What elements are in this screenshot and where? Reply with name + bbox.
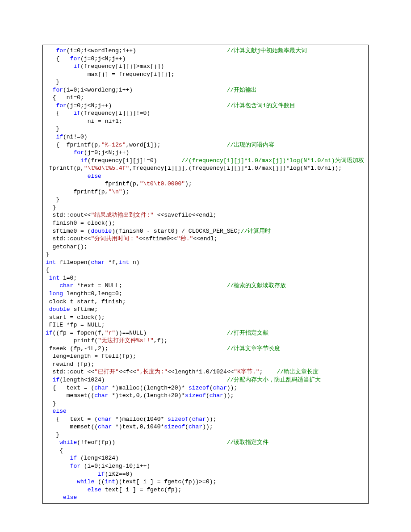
- code-line: getchar();: [46, 243, 365, 251]
- code-line: double sftime;: [46, 306, 365, 314]
- code-line: while ((int)(text[ i ] = fgetc(fp))>=0);: [46, 478, 365, 486]
- code-line: else text[ i ] = fgetc(fp);: [46, 486, 365, 494]
- code-line: memset((char *)text,0,(length+20)*sizeof…: [46, 392, 365, 400]
- code-line: char *text = NULL; //检索的文献读取存放: [46, 282, 365, 290]
- code-line: memset((char *)text,0,1040*sizeof(char))…: [46, 423, 365, 431]
- code-line: if(i%2==0): [46, 470, 365, 478]
- code-line: { text = (char *)malloc((length+20)* siz…: [46, 384, 365, 392]
- code-line: for(i=0;i<wordleng;i++) //计算文献j中初始频率最大词: [46, 47, 365, 55]
- code-line: fprintf(p,"\n");: [46, 188, 365, 196]
- code-line: }: [46, 400, 365, 408]
- code-line: }: [46, 251, 365, 259]
- code-line: }: [46, 431, 365, 439]
- code-line: ni = ni+1;: [46, 117, 365, 126]
- code-line: }: [46, 125, 365, 133]
- code-line: if(frequency[i][j]>max[j]): [46, 63, 365, 71]
- code-line: { text = (char *)malloc(1040* sizeof(cha…: [46, 415, 365, 423]
- code-line: }: [46, 78, 365, 86]
- code-line: clock_t start, finish;: [46, 298, 365, 306]
- code-line: if((fp = fopen(f,"r"))==NULL) //打开指定文献: [46, 329, 365, 337]
- code-listing: for(i=0;i<wordleng;i++) //计算文献j中初始频率最大词 …: [42, 45, 369, 504]
- code-line: }: [46, 204, 365, 212]
- code-line: else: [46, 407, 365, 415]
- code-line: while(!feof(fp)) //读取指定文件: [46, 439, 365, 447]
- code-line: if (leng<1024): [46, 454, 365, 462]
- code-line: FILE *fp = NULL;: [46, 321, 365, 329]
- code-line: for(j=0;j<N;j++) //计算包含词i的文件数目: [46, 102, 365, 110]
- code-line: int fileopen(char *f,int n): [46, 259, 365, 267]
- code-line: finish0 = clock();: [46, 219, 365, 227]
- code-line: rewind (fp);: [46, 360, 365, 369]
- code-line: {: [46, 266, 365, 274]
- code-line: else: [46, 172, 365, 180]
- code-line: for (i=0;i<leng-10;i++): [46, 462, 365, 470]
- code-line: int i=0;: [46, 274, 365, 282]
- code-line: fprintf(p,"\t%d\t%5.4f",frequency[i][j],…: [46, 164, 365, 172]
- code-line: if(frequency[i][j]!=0) //(frequency[i][j…: [46, 157, 365, 165]
- code-line: if(length<1024) //分配内存大小，防止乱码适当扩大: [46, 376, 365, 384]
- code-line: printf("无法打开文件%s!!",f);: [46, 337, 365, 345]
- code-line: std::cout<<"结果成功输出到文件:" <<savefile<<endl…: [46, 211, 365, 219]
- page: for(i=0;i<wordleng;i++) //计算文献j中初始频率最大词 …: [0, 0, 411, 532]
- code-line: std::cout<<"分词共用时间："<<sftime0<<"秒."<<end…: [46, 235, 365, 243]
- code-line: fprintf(p,"\t0\t0.0000");: [46, 180, 365, 188]
- code-line: sftime0 = (double)(finish0 - start0) / C…: [46, 227, 365, 235]
- code-line: else: [46, 494, 365, 502]
- code-line: { for(j=0;j<N;j++): [46, 55, 365, 63]
- code-line: for(j=0;j<N;j++): [46, 149, 365, 157]
- code-line: leng=length = ftell(fp);: [46, 352, 365, 360]
- code-line: if(ni!=0): [46, 133, 365, 141]
- code-line: { if(frequency[i][j]!=0): [46, 109, 365, 117]
- code-line: }: [46, 196, 365, 204]
- code-line: long length=0,leng=0;: [46, 290, 365, 298]
- code-line: { fprintf(p,"%-12s",word[i]); //出现的词语内容: [46, 141, 365, 149]
- code-line: for(i=0;i<wordleng;i++) //开始输出: [46, 86, 365, 94]
- code-line: fseek (fp,-1L,2); //计算文章字节长度: [46, 345, 365, 353]
- code-line: start = clock();: [46, 314, 365, 322]
- code-line: max[j] = frequency[i][j];: [46, 71, 365, 79]
- code-line: {: [46, 447, 365, 455]
- code-line: std::cout <<"已打开"<<f<<",长度为:"<<length*1.…: [46, 368, 365, 376]
- code-line: { ni=0;: [46, 94, 365, 102]
